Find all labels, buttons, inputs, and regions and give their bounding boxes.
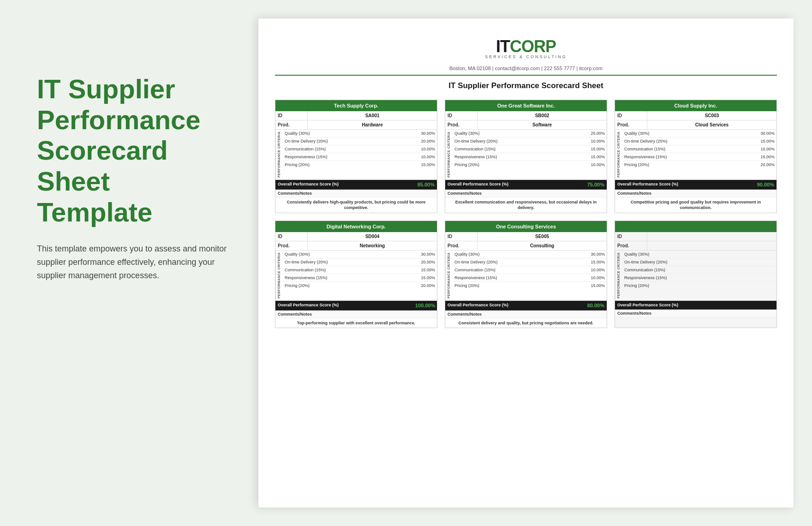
sc-criteria-name-3: Responsiveness (15%) (622, 274, 754, 281)
sc-id-val-3: SD004 (308, 232, 437, 241)
sc-overall-label-2: Overall Performance Score (%) (615, 180, 752, 189)
sc-criteria-row-4-3: Responsiveness (15%) 10.00% (453, 274, 607, 282)
sc-criteria-row-3-4: Pricing (20%) 20.00% (283, 282, 437, 289)
sc-clabel-4: Comments/Notes (445, 311, 607, 318)
sc-overall-val-2: 90.00% (752, 180, 776, 189)
sc-cname-0-1: On-time Delivery (20%) (283, 137, 415, 145)
sc-criteria-row-2-0: Quality (30%) 30.00% (622, 130, 776, 137)
sc-overall-label-0: Overall Performance Score (%) (275, 180, 413, 189)
sc-criteria-rows-0: Quality (30%) 30.00% On-time Delivery (2… (283, 130, 437, 179)
sc-cval-0-0: 30.00% (415, 130, 437, 137)
sc-prod-val-4: Consulting (478, 241, 607, 250)
logo-it: IT (496, 37, 510, 56)
sc-criteria-name-0: Quality (30%) (622, 251, 754, 258)
sc-cval-0-1: 20.00% (415, 137, 437, 145)
sc-cname-2-4: Pricing (20%) (622, 161, 754, 168)
scorecard-4: One Consulting Services ID SE005 Prod. C… (445, 221, 607, 328)
sc-criteria-row-2-4: Pricing (20%) 20.00% (622, 161, 776, 168)
sc-cval-4-3: 10.00% (585, 274, 607, 281)
sc-criteria-row-3: Responsiveness (15%) (622, 274, 776, 282)
sc-criteria-name-2: Communication (15%) (622, 266, 754, 274)
logo: IT CORP SERVICES & CONSULTING (485, 37, 567, 63)
sc-id-label-0: ID (275, 111, 308, 120)
sc-header-4: One Consulting Services (445, 221, 607, 232)
sc-criteria-row-0-4: Pricing (20%) 15.00% (283, 161, 437, 168)
sc-overall-val-3: 100.00% (413, 301, 437, 310)
sc-cname-4-3: Responsiveness (15%) (453, 274, 585, 281)
sc-overall-row-1: Overall Performance Score (%) 75.00% (445, 180, 607, 190)
sc-criteria-rows-4: Quality (30%) 30.00% On-time Delivery (2… (453, 251, 607, 300)
sc-cval-3-4: 20.00% (415, 282, 437, 289)
header-divider (275, 75, 777, 76)
document-panel: IT CORP SERVICES & CONSULTING Boston, MA… (258, 18, 794, 508)
sc-criteria-row-4-2: Communication (15%) 10.00% (453, 266, 607, 274)
sc-clabel-2: Comments/Notes (615, 190, 776, 197)
sc-criteria-row-1-1: On-time Delivery (20%) 10.00% (453, 137, 607, 145)
sc-cval-1-0: 25.00% (585, 130, 607, 137)
sc-criteria-row-3-0: Quality (30%) 30.00% (283, 251, 437, 258)
sc-overall-label-1: Overall Performance Score (%) (445, 180, 583, 189)
sc-prod-label-0: Prod. (275, 120, 308, 129)
sc-header-3: Digital Networking Corp. (275, 221, 437, 232)
sc-cval-4-0: 30.00% (585, 251, 607, 258)
doc-header: IT CORP SERVICES & CONSULTING Boston, MA… (275, 37, 777, 90)
sc-cname-4-1: On-time Delivery (20%) (453, 258, 585, 266)
sc-criteria-row-4-0: Quality (30%) 30.00% (453, 251, 607, 258)
sc-criteria-row-2-2: Communication (15%) 10.00% (622, 145, 776, 153)
sc-criteria-val-3 (754, 274, 776, 281)
sc-criteria-row-3-1: On-time Delivery (20%) 20.00% (283, 258, 437, 266)
sc-cval-4-1: 15.00% (585, 258, 607, 266)
sc-overall-5: Overall Performance Score (%) (615, 301, 776, 310)
sc-cname-0-4: Pricing (20%) (283, 161, 415, 168)
sc-perf-label-1: PERFORMANCE CRITERIA (445, 130, 453, 179)
sc-cname-3-2: Communication (15%) (283, 266, 415, 274)
sc-criteria-name-4: Pricing (20%) (622, 282, 754, 289)
sc-overall-label-3: Overall Performance Score (%) (275, 301, 413, 310)
sc-prod-val (647, 241, 776, 250)
sc-criteria-row-3-2: Communication (15%) 15.00% (283, 266, 437, 274)
sc-prod-val-1: Software (478, 120, 607, 129)
sc-cval-1-3: 15.00% (585, 153, 607, 161)
sc-cname-0-2: Communication (15%) (283, 145, 415, 153)
sc-criteria-row-0: Quality (30%) (622, 251, 776, 258)
sc-ctext-4: Consistent delivery and quality, but pri… (445, 318, 607, 328)
sc-criteria-row-1-2: Communication (15%) 15.00% (453, 145, 607, 153)
sc-cval-2-0: 30.00% (754, 130, 776, 137)
sc-cval-2-1: 15.00% (754, 137, 776, 145)
sc-cname-1-0: Quality (30%) (453, 130, 585, 137)
sc-prod-val-3: Networking (308, 241, 437, 250)
sc-clabel-1: Comments/Notes (445, 190, 607, 197)
sc-ctext-0: Consistently delivers high-quality produ… (275, 197, 437, 213)
scorecard-3: Digital Networking Corp. ID SD004 Prod. … (275, 221, 437, 328)
sc-criteria-rows-2: Quality (30%) 30.00% On-time Delivery (2… (622, 130, 776, 179)
sc-prod-label-4: Prod. (445, 241, 478, 250)
sc-criteria-val-2 (754, 266, 776, 274)
scorecard-0: Tech Supply Corp. ID SA001 Prod. Hardwar… (275, 100, 437, 213)
scorecard-2: Cloud Supply Inc. ID SC003 Prod. Cloud S… (615, 100, 777, 213)
sc-cname-2-1: On-time Delivery (20%) (622, 137, 754, 145)
sc-cval-0-3: 10.00% (415, 153, 437, 161)
sc-cname-3-0: Quality (30%) (283, 251, 415, 258)
page-title: IT Supplier Performance Scorecard Sheet … (37, 74, 231, 227)
sc-perf-label-3: PERFORMANCE CRITERIA (275, 251, 283, 300)
sc-cval-3-0: 30.00% (415, 251, 437, 258)
sc-criteria-row-2: Communication (15%) (622, 266, 776, 274)
sc-criteria-name-1: On-time Delivery (20%) (622, 258, 754, 266)
sc-prod-label: Prod. (615, 241, 647, 250)
sc-id-label: ID (615, 232, 647, 241)
sc-overall-label-4: Overall Performance Score (%) (445, 301, 583, 310)
sc-cname-1-3: Responsiveness (15%) (453, 153, 585, 161)
sc-cname-1-1: On-time Delivery (20%) (453, 137, 585, 145)
sc-criteria-rows-1: Quality (30%) 25.00% On-time Delivery (2… (453, 130, 607, 179)
sc-header-2: Cloud Supply Inc. (615, 100, 776, 111)
sc-criteria-row-0-1: On-time Delivery (20%) 20.00% (283, 137, 437, 145)
sc-cname-0-0: Quality (30%) (283, 130, 415, 137)
sc-ctext-2: Competitive pricing and good quality but… (615, 197, 776, 213)
sc-prod-label-3: Prod. (275, 241, 308, 250)
sc-criteria-rows: Quality (30%) On-time Delivery (20%) Com… (622, 251, 776, 300)
sc-overall-val-4: 80.00% (583, 301, 607, 310)
sc-ctext-1: Excellent communication and responsivene… (445, 197, 607, 213)
scorecard-1: One Great Software Inc. ID SB002 Prod. S… (445, 100, 607, 213)
sc-criteria-row-1-0: Quality (30%) 25.00% (453, 130, 607, 137)
sc-criteria-row-3-3: Responsiveness (15%) 15.00% (283, 274, 437, 282)
